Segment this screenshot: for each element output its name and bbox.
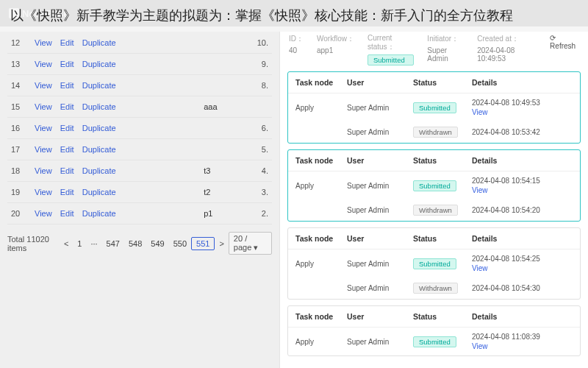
pager-prev[interactable]: < [64, 239, 68, 248]
task-details: 2024-04-08 11:08:39View [472, 333, 573, 350]
records-table: 12 View Edit Duplicate 10.13 View Edit D… [7, 32, 272, 224]
refresh-button[interactable]: ⟳ Refresh [550, 34, 579, 66]
view-link[interactable]: View [32, 102, 55, 111]
col-node: Task node [295, 156, 347, 165]
task-details: 2024-04-08 10:54:30 [472, 284, 573, 292]
duplicate-link[interactable]: Duplicate [79, 38, 119, 47]
row-text [200, 75, 238, 96]
page-547[interactable]: 547 [102, 238, 124, 250]
duplicate-link[interactable]: Duplicate [79, 166, 119, 175]
meta-workflow-label: Workflow： [317, 34, 354, 44]
task-node-name: Apply [295, 338, 347, 346]
task-status: Submitted [413, 336, 472, 347]
task-row: Apply Super Admin Submitted 2024-04-08 1… [288, 328, 580, 355]
edit-link[interactable]: Edit [57, 60, 77, 68]
edit-link[interactable]: Edit [57, 102, 77, 111]
duplicate-link[interactable]: Duplicate [79, 209, 119, 218]
view-link[interactable]: View [32, 124, 55, 132]
page-551[interactable]: 551 [191, 237, 215, 250]
duplicate-link[interactable]: Duplicate [79, 145, 119, 154]
edit-link[interactable]: Edit [57, 38, 77, 47]
task-row: Apply Super Admin Submitted 2024-04-08 1… [288, 93, 580, 121]
col-user: User [347, 156, 413, 165]
col-status: Status [413, 312, 472, 321]
meta-status-badge: Submitted [368, 54, 414, 66]
meta-initiator-value: Super Admin [427, 46, 464, 63]
view-detail-link[interactable]: View [472, 186, 573, 194]
col-status: Status [413, 156, 472, 165]
view-link[interactable]: View [32, 60, 55, 68]
col-node: Task node [295, 234, 347, 243]
row-actions: View Edit Duplicate [28, 139, 200, 160]
col-status: Status [413, 78, 472, 87]
view-link[interactable]: View [32, 38, 55, 47]
row-text: t3 [200, 160, 238, 182]
view-link[interactable]: View [32, 145, 55, 154]
status-badge: Withdrawn [413, 283, 458, 294]
row-right-number: 2. [238, 203, 272, 224]
view-link[interactable]: View [32, 166, 55, 175]
duplicate-link[interactable]: Duplicate [79, 124, 119, 132]
duplicate-link[interactable]: Duplicate [79, 60, 119, 68]
row-right-number: 6. [238, 118, 272, 139]
page-549[interactable]: 549 [146, 238, 168, 250]
duplicate-link[interactable]: Duplicate [79, 102, 119, 111]
pagination: Total 11020 items < 1···547548549550551 … [7, 232, 272, 255]
meta-initiator-label: Initiator： [427, 34, 464, 44]
task-node-name: Apply [295, 104, 347, 112]
view-detail-link[interactable]: View [472, 264, 573, 272]
task-user: Super Admin [347, 284, 413, 292]
view-link[interactable]: View [32, 81, 55, 90]
view-link[interactable]: View [32, 209, 55, 218]
task-card: Task node User Status Details Apply Supe… [287, 305, 581, 356]
page-size-select[interactable]: 20 / page ▾ [229, 232, 272, 255]
status-badge: Withdrawn [413, 205, 458, 216]
task-status: Withdrawn [413, 205, 472, 216]
page-1[interactable]: 1 [73, 238, 86, 250]
row-actions: View Edit Duplicate [28, 75, 200, 96]
task-node-name: Apply [295, 182, 347, 190]
view-detail-link[interactable]: View [472, 108, 573, 116]
duplicate-link[interactable]: Duplicate [79, 81, 119, 90]
edit-link[interactable]: Edit [57, 145, 77, 154]
task-row: Super Admin Withdrawn 2024-04-08 10:54:2… [288, 199, 580, 221]
page-···: ··· [86, 238, 101, 250]
row-text [200, 32, 238, 54]
page-550[interactable]: 550 [169, 238, 191, 250]
detail-panel: ID：40 Workflow：app1 Current status：Submi… [279, 26, 588, 368]
col-details: Details [472, 78, 573, 87]
col-user: User [347, 78, 413, 87]
pager-total: Total 11020 items [7, 235, 60, 252]
view-detail-link[interactable]: View [472, 342, 573, 350]
page-548[interactable]: 548 [124, 238, 146, 250]
col-node: Task node [295, 78, 347, 87]
table-row: 16 View Edit Duplicate 6. [7, 118, 272, 139]
status-badge: Withdrawn [413, 127, 458, 138]
task-user: Super Admin [347, 206, 413, 214]
row-number: 13 [7, 54, 28, 75]
status-badge: Submitted [413, 258, 456, 269]
edit-link[interactable]: Edit [57, 124, 77, 132]
row-right-number: 5. [238, 139, 272, 160]
edit-link[interactable]: Edit [57, 166, 77, 175]
row-right-number: 8. [238, 75, 272, 96]
row-actions: View Edit Duplicate [28, 160, 200, 182]
pager-next[interactable]: > [219, 239, 223, 248]
row-text [200, 139, 238, 160]
row-right-number [238, 96, 272, 118]
task-user: Super Admin [347, 260, 413, 268]
edit-link[interactable]: Edit [57, 209, 77, 218]
col-details: Details [472, 234, 573, 243]
edit-link[interactable]: Edit [57, 188, 77, 197]
edit-link[interactable]: Edit [57, 81, 77, 90]
card-header: Task node User Status Details [288, 228, 580, 250]
row-right-number: 9. [238, 54, 272, 75]
row-actions: View Edit Duplicate [28, 182, 200, 203]
row-number: 14 [7, 75, 28, 96]
task-row: Apply Super Admin Submitted 2024-04-08 1… [288, 250, 580, 277]
row-number: 16 [7, 118, 28, 139]
left-panel: 12 View Edit Duplicate 10.13 View Edit D… [0, 26, 279, 368]
duplicate-link[interactable]: Duplicate [79, 188, 119, 197]
table-row: 12 View Edit Duplicate 10. [7, 32, 272, 54]
view-link[interactable]: View [32, 188, 55, 197]
